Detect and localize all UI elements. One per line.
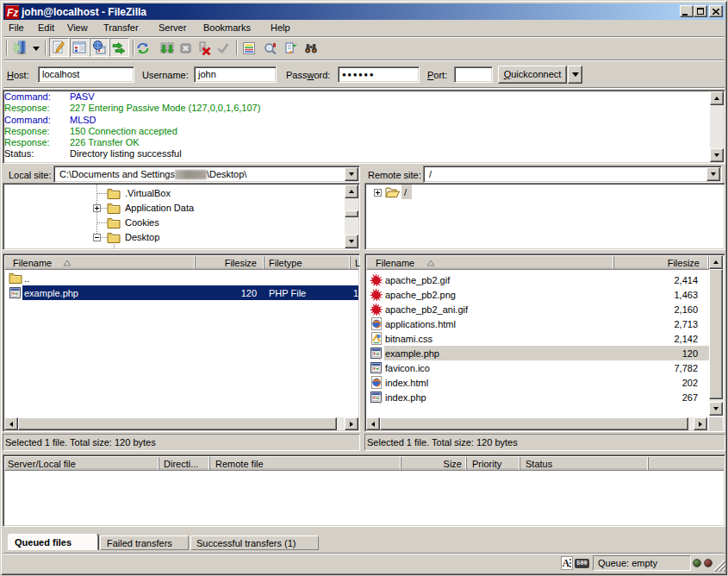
svg-text:Fz: Fz <box>7 6 18 18</box>
svg-text:A: A <box>563 557 570 569</box>
